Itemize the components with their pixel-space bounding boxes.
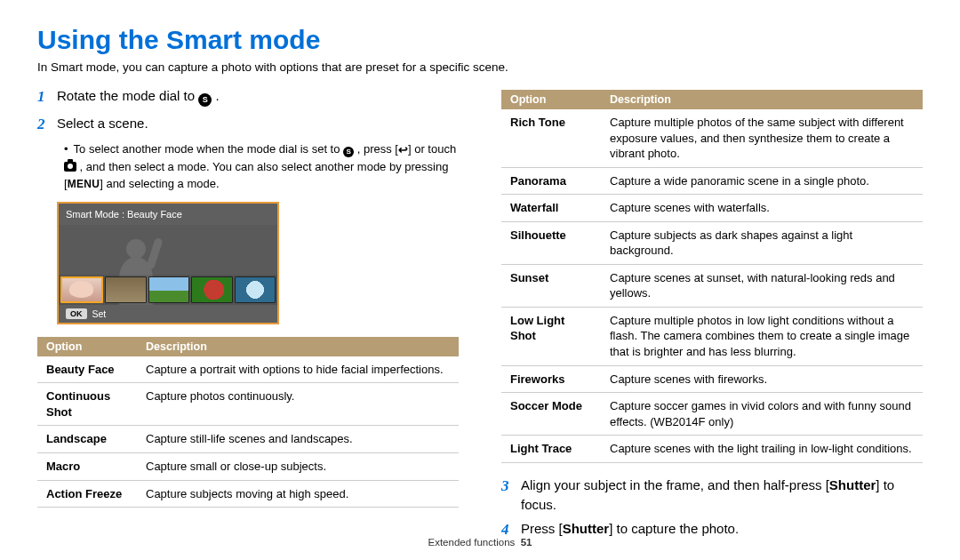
page-footer: Extended functions 51 bbox=[0, 537, 960, 548]
option-desc: Capture soccer games in vivid colors and… bbox=[601, 393, 923, 436]
option-name: Panorama bbox=[501, 167, 601, 195]
table-row: LandscapeCapture still-life scenes and l… bbox=[37, 426, 459, 453]
options-table-right: Option Description Rich ToneCapture mult… bbox=[501, 90, 923, 463]
lcd-body bbox=[59, 225, 277, 305]
left-column: 1 Rotate the mode dial to S . 2 Select a… bbox=[37, 86, 459, 547]
ok-badge: OK bbox=[66, 308, 87, 319]
table-row: MacroCapture small or close-up subjects. bbox=[37, 452, 459, 480]
option-desc: Capture scenes with waterfalls. bbox=[601, 195, 923, 222]
right-column: Option Description Rich ToneCapture mult… bbox=[501, 86, 923, 547]
option-name: Beauty Face bbox=[37, 356, 137, 383]
table-row: PanoramaCapture a wide panoramic scene i… bbox=[501, 167, 923, 195]
mode-thumbnail-strip bbox=[59, 275, 277, 305]
step-number-1: 1 bbox=[37, 86, 57, 108]
option-desc: Capture scenes at sunset, with natural-l… bbox=[601, 264, 923, 307]
option-name: Waterfall bbox=[501, 195, 601, 222]
option-desc: Capture subjects as dark shapes against … bbox=[601, 221, 923, 264]
option-name: Low Light Shot bbox=[501, 307, 601, 365]
step2-text: Select a scene. bbox=[57, 114, 459, 133]
footer-page-number: 51 bbox=[521, 537, 532, 548]
lcd-mode-label: Smart Mode : Beauty Face bbox=[59, 204, 277, 225]
table-row: WaterfallCapture scenes with waterfalls. bbox=[501, 195, 923, 222]
step-number-2: 2 bbox=[37, 114, 57, 136]
step-number-3: 3 bbox=[501, 476, 521, 498]
table-row: SunsetCapture scenes at sunset, with nat… bbox=[501, 264, 923, 307]
thumb-beauty-face bbox=[60, 276, 103, 303]
option-desc: Capture a portrait with options to hide … bbox=[137, 356, 459, 383]
option-name: Sunset bbox=[501, 264, 601, 307]
options-table-left-body: Beauty FaceCapture a portrait with optio… bbox=[37, 356, 459, 508]
option-desc: Capture still-life scenes and landscapes… bbox=[137, 426, 459, 453]
option-desc: Capture a wide panoramic scene in a sing… bbox=[601, 167, 923, 195]
thumb-macro bbox=[191, 276, 232, 303]
option-desc: Capture multiple photos of the same subj… bbox=[601, 109, 923, 167]
mode-dial-s-small-icon: S bbox=[343, 147, 354, 157]
th-option: Option bbox=[37, 337, 137, 356]
th-description: Description bbox=[137, 337, 459, 356]
option-desc: Capture scenes with fireworks. bbox=[601, 365, 923, 393]
step3-pre: Align your subject in the frame, and the… bbox=[521, 477, 829, 492]
option-name: Action Freeze bbox=[37, 480, 137, 508]
intro-text: In Smart mode, you can capture a photo w… bbox=[37, 60, 923, 74]
set-label: Set bbox=[92, 308, 107, 319]
option-name: Continuous Shot bbox=[37, 383, 137, 426]
step1-post: . bbox=[212, 88, 219, 103]
table-row: Action FreezeCapture subjects moving at … bbox=[37, 480, 459, 508]
option-desc: Capture photos continuously. bbox=[137, 383, 459, 426]
menu-label: MENU bbox=[68, 178, 100, 190]
table-row: Soccer ModeCapture soccer games in vivid… bbox=[501, 393, 923, 436]
option-name: Soccer Mode bbox=[501, 393, 601, 436]
camera-icon bbox=[64, 162, 76, 172]
option-desc: Capture subjects moving at high speed. bbox=[137, 480, 459, 508]
step-3: 3 Align your subject in the frame, and t… bbox=[501, 476, 923, 515]
option-name: Silhouette bbox=[501, 221, 601, 264]
footer-section: Extended functions bbox=[428, 537, 515, 548]
table-row: Low Light ShotCapture multiple photos in… bbox=[501, 307, 923, 365]
thumb-action-freeze bbox=[235, 276, 276, 303]
option-desc: Capture scenes with the light trailing i… bbox=[601, 436, 923, 463]
step-2: 2 Select a scene. bbox=[37, 114, 459, 136]
step-1: 1 Rotate the mode dial to S . bbox=[37, 86, 459, 108]
options-table-left: Option Description Beauty FaceCapture a … bbox=[37, 337, 459, 508]
th-option: Option bbox=[501, 90, 601, 109]
step1-pre: Rotate the mode dial to bbox=[57, 88, 198, 103]
option-name: Landscape bbox=[37, 426, 137, 453]
step2-sub-bullet: •To select another mode when the mode di… bbox=[64, 140, 459, 193]
lcd-footer: OK Set bbox=[59, 305, 277, 323]
table-row: Light TraceCapture scenes with the light… bbox=[501, 436, 923, 463]
option-name: Rich Tone bbox=[501, 109, 601, 167]
sub-pre1: To select another mode when the mode dia… bbox=[74, 142, 344, 156]
step4-post: ] to capture the photo. bbox=[609, 521, 739, 536]
table-row: FireworksCapture scenes with fireworks. bbox=[501, 365, 923, 393]
table-row: SilhouetteCapture subjects as dark shape… bbox=[501, 221, 923, 264]
thumb-continuous bbox=[105, 276, 146, 303]
step4-pre: Press [ bbox=[521, 521, 563, 536]
option-name: Macro bbox=[37, 452, 137, 480]
option-desc: Capture multiple photos in low light con… bbox=[601, 307, 923, 365]
option-name: Light Trace bbox=[501, 436, 601, 463]
camera-lcd-preview: Smart Mode : Beauty Face OK Set bbox=[57, 202, 279, 324]
table-row: Beauty FaceCapture a portrait with optio… bbox=[37, 356, 459, 383]
step4-bold: Shutter bbox=[563, 521, 610, 536]
sub-pre2: , press [ bbox=[354, 142, 398, 156]
sub-pre5: ] and selecting a mode. bbox=[100, 177, 219, 190]
step3-bold: Shutter bbox=[829, 477, 876, 492]
thumb-landscape bbox=[148, 276, 189, 303]
th-description: Description bbox=[601, 90, 923, 109]
option-name: Fireworks bbox=[501, 365, 601, 393]
sub-pre3: ] or touch bbox=[408, 142, 456, 156]
options-table-right-body: Rich ToneCapture multiple photos of the … bbox=[501, 109, 923, 462]
back-arrow-icon: ↩ bbox=[398, 144, 408, 156]
table-row: Continuous ShotCapture photos continuous… bbox=[37, 383, 459, 426]
mode-dial-s-icon: S bbox=[198, 93, 212, 107]
table-row: Rich ToneCapture multiple photos of the … bbox=[501, 109, 923, 167]
option-desc: Capture small or close-up subjects. bbox=[137, 452, 459, 480]
page-title: Using the Smart mode bbox=[37, 25, 923, 55]
